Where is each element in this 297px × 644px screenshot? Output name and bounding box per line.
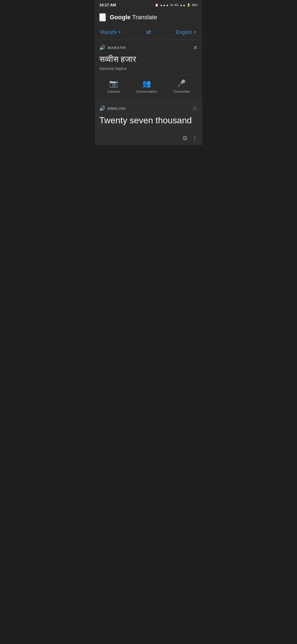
output-lang-label: ENGLISH bbox=[108, 107, 126, 111]
status-time: 10:17 AM bbox=[99, 3, 116, 7]
battery-percent: 48% bbox=[192, 3, 198, 7]
toolbar: ☰ Google Translate bbox=[95, 10, 202, 25]
conversation-button[interactable]: 👥 Conversation bbox=[136, 79, 157, 94]
status-icons: ⏰ ▲▲▲ Vo 4G ▲▲ 🔋 48% bbox=[155, 3, 198, 7]
action-buttons: 📷 Camera 👥 Conversation 🎤 Transcribe bbox=[99, 75, 198, 98]
volte-icon: Vo bbox=[170, 3, 174, 7]
source-lang-label: MARATHI bbox=[108, 46, 126, 50]
transcribe-label: Transcribe bbox=[173, 89, 190, 94]
more-options-button[interactable]: ⋮ bbox=[192, 135, 198, 142]
language-bar: Marathi ▼ ⇄ English ▼ bbox=[95, 25, 202, 40]
status-bar: 10:17 AM ⏰ ▲▲▲ Vo 4G ▲▲ 🔋 48% bbox=[95, 0, 202, 10]
output-sound-icon[interactable]: 🔊 bbox=[99, 105, 106, 111]
4g-icon: 4G bbox=[175, 3, 179, 7]
copy-button[interactable]: ⧉ bbox=[183, 135, 187, 142]
clear-input-button[interactable]: ✕ bbox=[193, 44, 198, 51]
favorite-button[interactable]: ☆ bbox=[192, 105, 198, 112]
output-lang-label-row: 🔊 ENGLISH ☆ bbox=[99, 105, 198, 112]
target-language-arrow-icon: ▼ bbox=[193, 30, 197, 34]
output-actions: ⧉ ⋮ bbox=[99, 135, 198, 142]
source-sound-icon[interactable]: 🔊 bbox=[99, 45, 106, 51]
translated-text: Twenty seven thousand bbox=[99, 115, 198, 126]
source-language-button[interactable]: Marathi ▼ bbox=[100, 29, 121, 35]
signal2-icon: ▲▲ bbox=[180, 3, 186, 7]
app-title-translate: Translate bbox=[131, 14, 157, 21]
target-language-label: English bbox=[176, 29, 192, 35]
target-language-button[interactable]: English ▼ bbox=[176, 29, 197, 35]
menu-button[interactable]: ☰ bbox=[99, 13, 106, 21]
battery-icon: 🔋 bbox=[187, 3, 191, 7]
conversation-label: Conversation bbox=[136, 89, 157, 94]
app-title: Google Translate bbox=[110, 14, 157, 21]
source-lang-label-row: 🔊 MARATHI ✕ bbox=[99, 44, 198, 51]
input-section: 🔊 MARATHI ✕ सव्वीस हजार Savvīsa hajāra 📷… bbox=[95, 40, 202, 100]
alarm-icon: ⏰ bbox=[155, 3, 159, 7]
swap-languages-button[interactable]: ⇄ bbox=[146, 29, 151, 36]
source-text-romanized: Savvīsa hajāra bbox=[99, 66, 198, 71]
source-text-main[interactable]: सव्वीस हजार bbox=[99, 54, 198, 64]
conversation-icon: 👥 bbox=[142, 79, 151, 88]
swap-icon: ⇄ bbox=[146, 29, 151, 36]
bottom-area bbox=[95, 145, 202, 255]
source-language-label: Marathi bbox=[100, 29, 117, 35]
output-section: 🔊 ENGLISH ☆ Twenty seven thousand ⧉ ⋮ bbox=[95, 100, 202, 145]
source-language-arrow-icon: ▼ bbox=[118, 30, 121, 34]
transcribe-button[interactable]: 🎤 Transcribe bbox=[173, 79, 190, 94]
camera-icon: 📷 bbox=[109, 79, 118, 88]
signal-icon: ▲▲▲ bbox=[160, 3, 169, 7]
transcribe-icon: 🎤 bbox=[177, 79, 186, 88]
camera-label: Camera bbox=[107, 89, 120, 94]
camera-button[interactable]: 📷 Camera bbox=[107, 79, 120, 94]
app-title-google: Google bbox=[110, 14, 131, 21]
